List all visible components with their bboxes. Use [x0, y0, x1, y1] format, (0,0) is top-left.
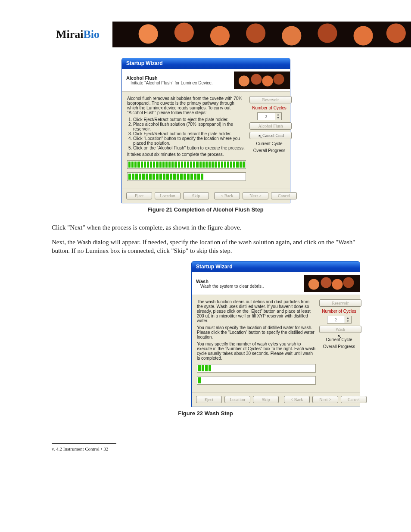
step-list: Click Eject/Retract button to eject the … — [133, 117, 246, 150]
dialog-footer: Eject Location Skip < Back Next > Cancel — [192, 392, 360, 407]
brand-b: Bio — [84, 28, 100, 40]
step-subtitle: Wash the system to clear debris.. — [200, 284, 298, 289]
location-button[interactable]: Location — [224, 396, 250, 403]
next-button[interactable]: Next > — [312, 396, 338, 403]
cycles-label: Number of Cycles — [249, 106, 289, 110]
cycles-spinner[interactable]: ▲▼ — [249, 112, 289, 120]
cancel-button[interactable]: Cancel — [341, 396, 367, 403]
body-text: Click "Next" when the process is complet… — [52, 223, 359, 232]
overall-progress-label: Overall Progress — [249, 148, 289, 153]
figure-21: Startup Wizard Alcohol Flush Initiate "A… — [121, 58, 290, 203]
dialog-title[interactable]: Startup Wizard — [192, 261, 360, 272]
startup-wizard-wash: Startup Wizard Wash Wash the system to c… — [191, 261, 360, 407]
eject-button[interactable]: Eject — [196, 396, 222, 403]
overall-progress-label: Overall Progress — [319, 344, 359, 349]
figure-21-caption: Figure 21 Completion of Alcohol Flush St… — [52, 206, 359, 214]
dialog-footer: Eject Location Skip < Back Next > Cancel — [122, 189, 290, 203]
cursor-icon: ↖ — [258, 134, 262, 140]
chevron-down-icon[interactable]: ▼ — [345, 320, 351, 323]
startup-wizard-alcohol: Startup Wizard Alcohol Flush Initiate "A… — [121, 58, 290, 203]
skip-button[interactable]: Skip — [183, 192, 209, 199]
dialog-subheader: Alcohol Flush Initiate "Alcohol Flush" f… — [122, 69, 290, 92]
skip-button[interactable]: Skip — [253, 396, 279, 403]
dialog-title[interactable]: Startup Wizard — [122, 58, 290, 69]
back-button[interactable]: < Back — [284, 396, 310, 403]
chevron-up-icon[interactable]: ▲ — [345, 316, 351, 320]
step-item: Click on the "Alcohol Flush" button to e… — [133, 146, 246, 150]
banner-image — [112, 22, 411, 47]
back-button[interactable]: < Back — [214, 192, 240, 199]
location-button[interactable]: Location — [155, 192, 181, 199]
figure-22: Startup Wizard Wash Wash the system to c… — [191, 261, 359, 407]
footnote-rule — [52, 443, 116, 444]
tail-text: It takes about six minutes to complete t… — [127, 152, 246, 157]
cycles-spinner[interactable]: ▲▼ — [319, 316, 359, 324]
dialog-subheader: Wash Wash the system to clear debris.. — [192, 272, 360, 295]
cycles-input[interactable] — [327, 316, 345, 324]
current-cycle-progress — [197, 364, 316, 373]
wash-p3: You may specify the number of wash cyles… — [197, 342, 316, 361]
intro-text: Alcohol flush removes air bubbles from t… — [127, 96, 246, 115]
step-item: Click "Location" button to specify the l… — [133, 136, 246, 146]
step-item: Click Eject/Retract button to retract th… — [133, 131, 246, 136]
wash-button[interactable]: Wash — [319, 326, 361, 333]
spinner-arrows[interactable]: ▲▼ — [275, 112, 282, 120]
current-cycle-progress — [127, 160, 246, 169]
overall-progress — [197, 376, 316, 385]
brand-a: Mirai — [56, 28, 84, 40]
page-header: MiraiBio — [0, 22, 411, 47]
step-item: Place alcohol flush solution (70% isopro… — [133, 122, 246, 131]
wash-p1: The wash function clears out debris and … — [197, 299, 316, 323]
eject-button[interactable]: Eject — [126, 192, 152, 199]
chevron-down-icon[interactable]: ▼ — [275, 116, 281, 120]
step-heading: Wash — [196, 279, 209, 284]
figure-22-caption: Figure 22 Wash Step — [52, 410, 359, 417]
body-text: Next, the Wash dialog will appear. If ne… — [52, 238, 359, 255]
step-heading: Alcohol Flush — [126, 75, 158, 81]
chevron-up-icon[interactable]: ▲ — [275, 113, 281, 116]
step-item: Click Eject/Retract button to eject the … — [133, 117, 246, 122]
reservoir-button[interactable]: Reservoir — [319, 299, 361, 307]
cycles-label: Number of Cycles — [319, 309, 359, 314]
cancel-cmd-button[interactable]: ↖Cancel Cmd — [249, 132, 292, 139]
overall-progress — [127, 172, 246, 181]
wash-p2: You must also specify the location of di… — [197, 325, 316, 339]
cancel-button[interactable]: Cancel — [271, 192, 297, 199]
step-subtitle: Initiate "Alcohol Flush" for Luminex Dev… — [131, 81, 228, 85]
header-image — [234, 72, 290, 89]
reservoir-button[interactable]: Reservoir — [249, 96, 292, 103]
cycles-input[interactable] — [257, 112, 275, 120]
header-image — [304, 275, 360, 292]
brand-logo: MiraiBio — [0, 22, 100, 47]
current-cycle-label: Current Cycle — [249, 141, 289, 146]
next-button[interactable]: Next > — [243, 192, 268, 199]
alcohol-flush-button[interactable]: Alcohol Flush — [249, 122, 292, 130]
page-footnote: v. 4.2 Instrument Control • 32 — [52, 446, 359, 451]
spinner-arrows[interactable]: ▲▼ — [345, 316, 352, 324]
